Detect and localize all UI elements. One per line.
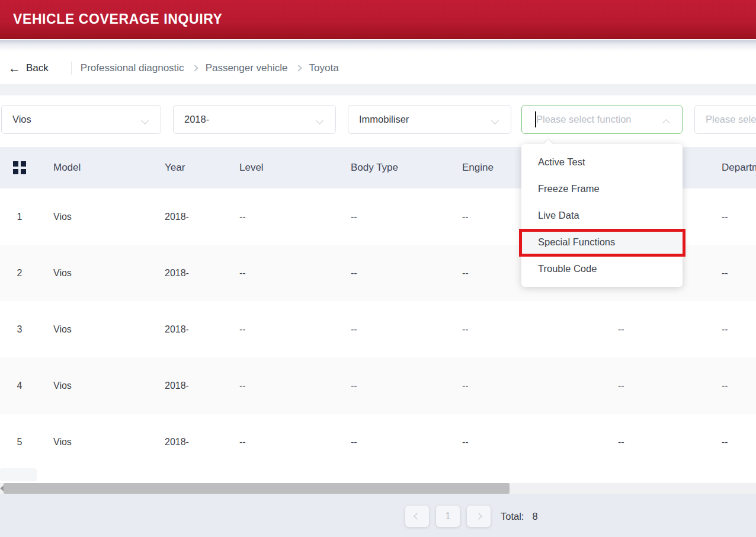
cell-level: -- <box>239 188 246 245</box>
cell-engine: -- <box>462 357 469 414</box>
cell-year: 2018- <box>165 188 189 245</box>
page-title: VEHICLE COVERAGE INQUIRY <box>13 0 222 38</box>
back-button[interactable]: Back <box>26 62 49 74</box>
row-index: 3 <box>0 301 39 357</box>
cell-level: -- <box>239 414 246 470</box>
row-index: 1 <box>0 188 39 245</box>
column-header-body-type: Body Type <box>351 147 398 188</box>
cell-engine: -- <box>462 301 469 357</box>
chevron-right-icon <box>191 65 198 71</box>
cell-model: Vios <box>53 188 72 245</box>
function-dropdown-menu: Active Test Freeze Frame Live Data Speci… <box>521 144 683 287</box>
cell-department: -- <box>722 188 728 245</box>
pagination-bar: 1 Total:8 <box>0 494 756 537</box>
total-value: 8 <box>532 511 537 522</box>
horizontal-scrollbar[interactable] <box>0 483 756 494</box>
model-select-value: Vios <box>12 106 31 133</box>
system-select[interactable]: Immobiliser <box>348 105 511 134</box>
grid-icon <box>13 161 26 174</box>
page-number: 1 <box>436 506 460 527</box>
table-row: 5 Vios 2018- -- -- -- -- -- <box>0 414 756 470</box>
cell-body-type: -- <box>351 414 357 470</box>
vehicle-coverage-inquiry-screen: VEHICLE COVERAGE INQUIRY ← Back Professi… <box>0 0 756 537</box>
row-index: 4 <box>0 357 39 414</box>
breadcrumb-item-professional-diagnostic[interactable]: Professional diagnostic <box>81 62 184 74</box>
row-index: 2 <box>0 245 39 301</box>
horizontal-scrollbar-thumb[interactable] <box>4 483 510 494</box>
cell-year: 2018- <box>165 357 189 414</box>
total-label: Total: <box>501 511 524 522</box>
dropdown-option-trouble-code[interactable]: Trouble Code <box>521 255 683 282</box>
chevron-right-icon <box>295 65 302 71</box>
cell-department: -- <box>722 245 728 301</box>
cell-year: 2018- <box>165 301 189 357</box>
cell-model: Vios <box>53 301 72 357</box>
cell-function: -- <box>618 301 624 357</box>
dropdown-arrow-notch <box>544 140 553 149</box>
chevron-down-icon <box>316 117 323 124</box>
cell-engine: -- <box>462 245 469 301</box>
cell-model: Vios <box>53 357 72 414</box>
cell-engine: -- <box>462 188 469 245</box>
cell-model: Vios <box>53 414 72 470</box>
dropdown-option-active-test[interactable]: Active Test <box>521 149 683 175</box>
cell-body-type: -- <box>351 188 357 245</box>
system-select-value: Immobiliser <box>359 106 409 133</box>
cell-year: 2018- <box>165 414 189 470</box>
breadcrumb: ← Back Professional diagnostic Passenger… <box>0 52 756 84</box>
cell-level: -- <box>239 357 246 414</box>
previous-page-button[interactable] <box>405 506 429 527</box>
year-select[interactable]: 2018- <box>173 105 336 134</box>
column-header-model: Model <box>53 147 81 188</box>
chevron-up-icon <box>662 119 670 127</box>
chevron-down-icon <box>141 117 149 124</box>
cell-body-type: -- <box>351 245 357 301</box>
cell-level: -- <box>239 301 246 357</box>
total-count: Total:8 <box>501 506 538 527</box>
function-select-placeholder: Please select function <box>536 106 632 133</box>
year-select-value: 2018- <box>184 106 209 133</box>
cell-engine: -- <box>462 414 469 470</box>
cell-function: -- <box>618 357 624 414</box>
back-arrow-icon[interactable]: ← <box>8 62 21 74</box>
cell-year: 2018- <box>165 245 189 301</box>
dropdown-option-freeze-frame[interactable]: Freeze Frame <box>521 175 683 202</box>
chevron-down-icon <box>491 117 499 124</box>
function-select[interactable]: Please select function <box>521 105 683 134</box>
row-index: 5 <box>0 414 39 470</box>
cell-level: -- <box>239 245 246 301</box>
cell-department: -- <box>722 357 728 414</box>
extra-select-placeholder: Please select <box>706 106 756 133</box>
cell-department: -- <box>722 301 728 357</box>
breadcrumb-divider <box>71 62 72 75</box>
cell-function: -- <box>618 414 624 470</box>
cell-body-type: -- <box>351 301 357 357</box>
header-shadow-band <box>0 40 756 52</box>
breadcrumb-item-passenger-vehicle[interactable]: Passenger vehicle <box>206 62 288 74</box>
section-divider-band <box>0 84 756 95</box>
page-number-button[interactable]: 1 <box>436 506 460 527</box>
table-row: 4 Vios 2018- -- -- -- -- -- <box>0 357 756 414</box>
table-row: 3 Vios 2018- -- -- -- -- -- <box>0 301 756 357</box>
chevron-right-icon <box>475 513 482 519</box>
cell-body-type: -- <box>351 357 357 414</box>
fixed-column-corner <box>0 468 37 481</box>
column-header-department: Department <box>722 147 756 188</box>
extra-select[interactable]: Please select <box>694 105 756 134</box>
dropdown-option-live-data[interactable]: Live Data <box>521 202 683 229</box>
model-select[interactable]: Vios <box>1 105 161 134</box>
app-header-bar: VEHICLE COVERAGE INQUIRY <box>0 0 756 39</box>
cell-model: Vios <box>53 245 72 301</box>
column-header-year: Year <box>165 147 185 188</box>
breadcrumb-item-toyota[interactable]: Toyota <box>309 62 339 74</box>
cell-department: -- <box>722 414 728 470</box>
column-header-level: Level <box>239 147 264 188</box>
chevron-left-icon <box>414 513 420 519</box>
column-header-engine: Engine <box>462 147 494 188</box>
next-page-button[interactable] <box>467 506 491 527</box>
dropdown-option-special-functions[interactable]: Special Functions <box>521 229 683 255</box>
